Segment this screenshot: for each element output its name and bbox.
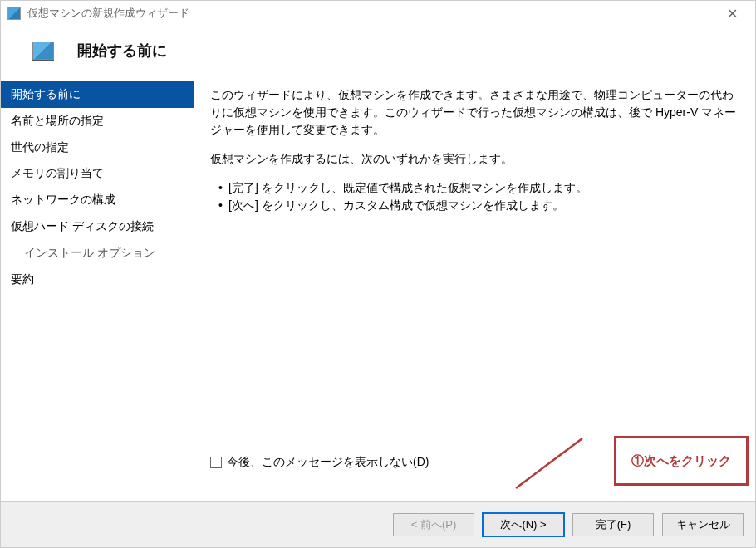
close-icon[interactable]: ✕	[715, 2, 749, 25]
sidebar-item-label: 開始する前に	[11, 87, 81, 100]
instruction-text: 仮想マシンを作成するには、次のいずれかを実行します。	[210, 150, 739, 168]
sidebar-item-network[interactable]: ネットワークの構成	[1, 187, 194, 213]
annotation-text: ①次へをクリック	[631, 453, 731, 467]
svg-line-0	[516, 438, 582, 488]
annotation-line	[508, 434, 591, 492]
sidebar-item-name-location[interactable]: 名前と場所の指定	[1, 108, 194, 135]
titlebar: 仮想マシンの新規作成ウィザード ✕	[1, 1, 755, 26]
sidebar-item-generation[interactable]: 世代の指定	[1, 135, 194, 161]
prev-button: < 前へ(P)	[393, 513, 474, 536]
sidebar-item-label: 仮想ハード ディスクの接続	[11, 219, 154, 232]
dont-show-again-row[interactable]: 今後、このメッセージを表示しない(D)	[210, 453, 429, 471]
sidebar-item-label: インストール オプション	[24, 246, 155, 259]
bullet-list: [完了] をクリックし、既定値で構成された仮想マシンを作成します。 [次へ] を…	[210, 179, 739, 214]
sidebar-item-label: メモリの割り当て	[11, 166, 104, 179]
checkbox-label: 今後、このメッセージを表示しない(D)	[227, 453, 429, 471]
wizard-window: 仮想マシンの新規作成ウィザード ✕ 開始する前に 開始する前に 名前と場所の指定…	[0, 0, 756, 548]
wizard-content: このウィザードにより、仮想マシンを作成できます。さまざまな用途で、物理コンピュー…	[194, 81, 755, 501]
wizard-header: 開始する前に	[1, 26, 755, 81]
sidebar-item-label: 要約	[11, 272, 34, 286]
page-title: 開始する前に	[77, 41, 167, 61]
sidebar-item-label: 世代の指定	[11, 140, 69, 154]
annotation-callout: ①次へをクリック	[614, 436, 749, 487]
sidebar-item-summary[interactable]: 要約	[1, 267, 194, 293]
bullet-item: [完了] をクリックし、既定値で構成された仮想マシンを作成します。	[228, 179, 739, 197]
finish-button[interactable]: 完了(F)	[572, 513, 654, 536]
sidebar-item-install-options[interactable]: インストール オプション	[1, 240, 194, 267]
monitor-icon	[32, 42, 54, 60]
next-button[interactable]: 次へ(N) >	[483, 513, 564, 536]
sidebar-item-memory[interactable]: メモリの割り当て	[1, 160, 194, 187]
bullet-item: [次へ] をクリックし、カスタム構成で仮想マシンを作成します。	[228, 197, 739, 214]
wizard-steps-sidebar: 開始する前に 名前と場所の指定 世代の指定 メモリの割り当て ネットワークの構成…	[1, 81, 194, 501]
wizard-footer: < 前へ(P) 次へ(N) > 完了(F) キャンセル	[1, 501, 755, 547]
wizard-body: 開始する前に 名前と場所の指定 世代の指定 メモリの割り当て ネットワークの構成…	[1, 81, 755, 501]
window-title: 仮想マシンの新規作成ウィザード	[27, 6, 715, 21]
sidebar-item-vhd[interactable]: 仮想ハード ディスクの接続	[1, 213, 194, 240]
intro-text: このウィザードにより、仮想マシンを作成できます。さまざまな用途で、物理コンピュー…	[210, 86, 739, 139]
cancel-button[interactable]: キャンセル	[662, 513, 744, 536]
checkbox-icon[interactable]	[210, 457, 222, 468]
app-icon	[7, 7, 21, 20]
sidebar-item-label: ネットワークの構成	[11, 193, 115, 206]
sidebar-item-before-you-begin[interactable]: 開始する前に	[1, 81, 194, 108]
sidebar-item-label: 名前と場所の指定	[11, 114, 104, 127]
